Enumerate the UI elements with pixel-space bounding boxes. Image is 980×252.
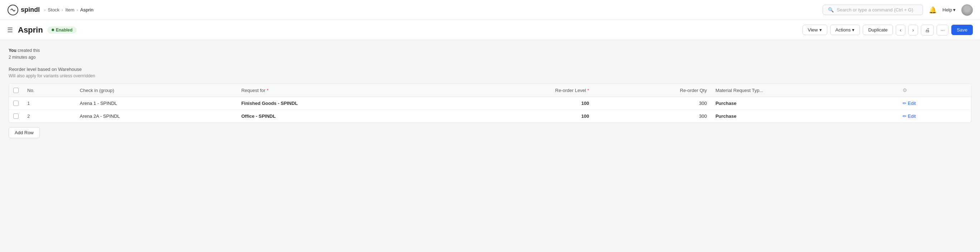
required-star: * [267, 88, 269, 93]
breadcrumb-stock[interactable]: Stock [48, 7, 59, 13]
required-star2: * [587, 88, 589, 93]
row-reorder-qty: 300 [593, 110, 711, 123]
logo[interactable]: spindl [7, 4, 40, 16]
row-checkbox-cell [9, 110, 23, 123]
reorder-table: No. Check in (group) Request for * Re-or… [9, 83, 971, 123]
row-request-for: Finished Goods - SPINDL [237, 97, 452, 110]
row-reorder-level: 100 [452, 110, 593, 123]
table-row: 1 Arena 1 - SPINDL Finished Goods - SPIN… [9, 97, 971, 110]
subheader-actions: View ▾ Actions ▾ Duplicate ‹ › 🖨 ··· Sav… [803, 25, 973, 35]
status-label: Enabled [56, 28, 73, 33]
row-material-request-type: Purchase [711, 97, 898, 110]
page-title: Asprin [18, 25, 43, 35]
row-material-request-type: Purchase [711, 110, 898, 123]
header-request-for: Request for * [237, 84, 452, 97]
table-body: 1 Arena 1 - SPINDL Finished Goods - SPIN… [9, 97, 971, 123]
save-button[interactable]: Save [951, 25, 973, 35]
row-checkbox-1[interactable] [13, 114, 19, 119]
row-checkbox-0[interactable] [13, 101, 19, 106]
breadcrumb: › Stock › Item › Asprin [44, 7, 94, 13]
status-dot [52, 29, 54, 31]
print-button[interactable]: 🖨 [921, 25, 934, 35]
section-subdescription: Will also apply for variants unless over… [9, 73, 971, 78]
help-button[interactable]: Help ▾ [942, 7, 956, 13]
row-request-for: Office - SPINDL [237, 110, 452, 123]
header-material-request-type: Material Request Typ... [711, 84, 898, 97]
add-row-button[interactable]: Add Row [9, 127, 40, 138]
hamburger-menu[interactable]: ☰ [7, 26, 13, 34]
row-no: 2 [23, 110, 76, 123]
top-navigation: spindl › Stock › Item › Asprin 🔍 Search … [0, 0, 980, 20]
row-checkin: Arena 1 - SPINDL [76, 97, 237, 110]
search-icon: 🔍 [828, 7, 834, 13]
activity-actor: You [9, 48, 16, 53]
row-edit-cell: ✏ Edit [898, 110, 971, 123]
row-reorder-level: 100 [452, 97, 593, 110]
row-edit-cell: ✏ Edit [898, 97, 971, 110]
row-reorder-qty: 300 [593, 97, 711, 110]
header-checkbox-cell [9, 84, 23, 97]
edit-row-button-1[interactable]: ✏ Edit [902, 114, 916, 119]
view-chevron-icon: ▾ [819, 27, 822, 33]
activity-note: You created this 2 minutes ago [9, 47, 971, 61]
table-header-row: No. Check in (group) Request for * Re-or… [9, 84, 971, 97]
next-button[interactable]: › [908, 25, 918, 35]
logo-icon [7, 4, 19, 16]
activity-action: created this [18, 48, 40, 53]
search-box[interactable]: 🔍 Search or type a command (Ctrl + G) [822, 5, 923, 15]
edit-pencil-icon: ✏ [902, 114, 907, 119]
row-checkin: Arena 2A - SPINDL [76, 110, 237, 123]
breadcrumb-item[interactable]: Item [65, 7, 74, 13]
row-no: 1 [23, 97, 76, 110]
reorder-table-inner: No. Check in (group) Request for * Re-or… [9, 84, 971, 122]
search-placeholder: Search or type a command (Ctrl + G) [837, 7, 913, 13]
prev-button[interactable]: ‹ [896, 25, 905, 35]
avatar-image [961, 4, 973, 16]
help-chevron-icon: ▾ [953, 7, 956, 13]
more-options-button[interactable]: ··· [937, 25, 949, 35]
status-badge: Enabled [47, 27, 77, 34]
main-content: You created this 2 minutes ago Reorder l… [0, 40, 980, 145]
nav-right: 🔍 Search or type a command (Ctrl + G) 🔔 … [822, 4, 973, 16]
header-reorder-level: Re-order Level * [452, 84, 593, 97]
help-label: Help [942, 7, 952, 13]
header-reorder-qty: Re-order Qty [593, 84, 711, 97]
header-gear: ⚙ [898, 84, 971, 97]
select-all-checkbox[interactable] [13, 88, 19, 93]
activity-time: 2 minutes ago [9, 55, 35, 60]
breadcrumb-current: Asprin [80, 7, 94, 13]
edit-row-button-0[interactable]: ✏ Edit [902, 101, 916, 106]
duplicate-button[interactable]: Duplicate [863, 25, 893, 35]
table-settings-icon[interactable]: ⚙ [902, 87, 907, 93]
table-row: 2 Arena 2A - SPINDL Office - SPINDL 100 … [9, 110, 971, 123]
header-no: No. [23, 84, 76, 97]
section-description: Reorder level based on Warehouse [9, 67, 971, 72]
subheader: ☰ Asprin Enabled View ▾ Actions ▾ Duplic… [0, 20, 980, 40]
actions-button[interactable]: Actions ▾ [830, 25, 860, 35]
row-checkbox-cell [9, 97, 23, 110]
notification-bell[interactable]: 🔔 [929, 6, 937, 14]
header-checkin: Check in (group) [76, 84, 237, 97]
actions-chevron-icon: ▾ [852, 27, 854, 33]
edit-pencil-icon: ✏ [902, 101, 907, 106]
user-avatar[interactable] [961, 4, 973, 16]
view-button[interactable]: View ▾ [803, 25, 827, 35]
brand-name: spindl [21, 6, 40, 14]
